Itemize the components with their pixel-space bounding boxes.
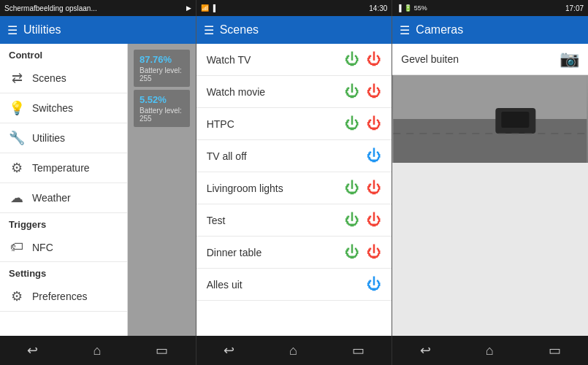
hamburger-icon-left[interactable]: ☰ (7, 23, 18, 37)
scene-actions-htpc: ⏻ ⏻ (345, 115, 381, 132)
nav-item-scenes[interactable]: ⇄ Scenes (0, 64, 127, 93)
section-triggers: Triggers (0, 213, 127, 233)
middle-panel-title: Scenes (220, 23, 259, 36)
play-icon: ▶ (186, 4, 191, 12)
scene-name-test: Test (207, 215, 226, 226)
power-off-livingroom[interactable]: ⏻ (367, 180, 381, 196)
scene-actions-tv-all-off: ⏻ (367, 147, 381, 164)
power-off-dinner-table[interactable]: ⏻ (367, 244, 381, 261)
back-button-left[interactable]: ↩ (18, 339, 47, 361)
switches-label: Switches (32, 102, 73, 114)
status-bar: Schermafbeelding opslaan... ▶ 📶 ▐ 14:30 … (0, 0, 588, 16)
status-icons-left: ▶ (186, 4, 191, 12)
camera-row-gevel: Gevel buiten 📷 (392, 44, 588, 75)
section-settings: Settings (0, 262, 127, 282)
bottom-nav: ↩ ⌂ ▭ ↩ ⌂ ▭ ↩ ⌂ ▭ (0, 336, 588, 365)
power-off-test[interactable]: ⏻ (367, 212, 381, 228)
status-bar-middle: 📶 ▐ 14:30 (196, 0, 393, 16)
camera-feed-gevel[interactable] (392, 75, 588, 163)
left-panel-title: Utilities (23, 23, 61, 36)
main-panels: ☰ Utilities Control ⇄ Scenes 💡 Switches … (0, 16, 588, 336)
utilities-icon: 🔧 (9, 130, 25, 146)
right-panel: ☰ Cameras Gevel buiten 📷 (392, 16, 588, 336)
scene-actions-watch-movie: ⏻ ⏻ (345, 83, 381, 100)
signal-icon: ▐ (211, 4, 215, 12)
camera-empty-area (392, 163, 588, 336)
scene-item-tv-all-off[interactable]: TV all off ⏻ (196, 140, 392, 172)
scene-actions-dinner-table: ⏻ ⏻ (345, 244, 381, 261)
power-on-watch-tv[interactable]: ⏻ (345, 51, 359, 68)
temperature-icon: ⚙ (9, 160, 25, 176)
hamburger-icon-middle[interactable]: ☰ (204, 23, 214, 37)
power-on-livingroom[interactable]: ⏻ (345, 180, 359, 196)
camera-title-gevel: Gevel buiten (401, 53, 459, 65)
home-button-right[interactable]: ⌂ (477, 340, 503, 361)
power-on-htpc[interactable]: ⏻ (345, 115, 359, 132)
nav-item-temperature[interactable]: ⚙ Temperature (0, 153, 127, 183)
power-blue-tv-all-off[interactable]: ⏻ (367, 147, 381, 164)
scene-item-watch-tv[interactable]: Watch TV ⏻ ⏻ (196, 44, 392, 76)
nav-item-nfc[interactable]: 🏷 NFC (0, 233, 127, 262)
recent-button-right[interactable]: ▭ (540, 339, 570, 361)
battery-card-2: 5.52% Battery level: 255 (134, 90, 190, 127)
recent-button-left[interactable]: ▭ (147, 339, 177, 361)
temperature-label: Temperature (32, 162, 90, 174)
weather-label: Weather (32, 192, 71, 204)
scene-item-dinner-table[interactable]: Dinner table ⏻ ⏻ (196, 237, 392, 269)
home-button-left[interactable]: ⌂ (84, 340, 110, 361)
nav-item-switches[interactable]: 💡 Switches (0, 93, 127, 123)
middle-panel-header: ☰ Scenes (196, 16, 392, 44)
scenes-list: Watch TV ⏻ ⏻ Watch movie ⏻ ⏻ HTPC ⏻ ⏻ (196, 44, 392, 336)
bottom-nav-right: ↩ ⌂ ▭ (392, 336, 588, 365)
battery-percent-right: 55% (414, 4, 427, 12)
battery-percent-2: 5.52% (140, 94, 184, 105)
power-off-htpc[interactable]: ⏻ (367, 115, 381, 132)
back-button-right[interactable]: ↩ (411, 339, 440, 361)
battery-card-1: 87.76% Battery level: 255 (134, 50, 190, 87)
home-button-middle[interactable]: ⌂ (280, 340, 306, 361)
nav-item-utilities[interactable]: 🔧 Utilities (0, 123, 127, 153)
svg-rect-1 (394, 75, 587, 119)
preferences-label: Preferences (32, 291, 87, 302)
scene-actions-test: ⏻ ⏻ (345, 212, 381, 228)
svg-rect-4 (502, 112, 530, 128)
scene-name-htpc: HTPC (207, 118, 234, 130)
scene-item-htpc[interactable]: HTPC ⏻ ⏻ (196, 108, 392, 140)
right-panel-title: Cameras (416, 23, 463, 36)
scenes-icon: ⇄ (9, 70, 25, 86)
power-off-watch-movie[interactable]: ⏻ (367, 83, 381, 100)
power-off-watch-tv[interactable]: ⏻ (367, 51, 381, 68)
nfc-label: NFC (32, 242, 53, 253)
scene-item-test[interactable]: Test ⏻ ⏻ (196, 204, 392, 237)
nav-item-weather[interactable]: ☁ Weather (0, 183, 127, 213)
scene-actions-watch-tv: ⏻ ⏻ (345, 51, 381, 68)
status-bar-left: Schermafbeelding opslaan... ▶ (0, 0, 196, 16)
battery-percent-1: 87.76% (140, 54, 184, 65)
scene-name-tv-all-off: TV all off (207, 150, 247, 162)
gray-sidebar: 87.76% Battery level: 255 5.52% Battery … (128, 44, 196, 336)
hamburger-icon-right[interactable]: ☰ (400, 23, 410, 37)
scene-actions-alles-uit: ⏻ (367, 276, 381, 293)
power-blue-alles-uit[interactable]: ⏻ (367, 276, 381, 293)
svg-rect-2 (394, 119, 587, 163)
scene-item-alles-uit[interactable]: Alles uit ⏻ (196, 269, 392, 301)
scene-name-watch-movie: Watch movie (207, 86, 265, 98)
left-panel: ☰ Utilities Control ⇄ Scenes 💡 Switches … (0, 16, 196, 336)
power-on-test[interactable]: ⏻ (345, 212, 359, 228)
scene-item-watch-movie[interactable]: Watch movie ⏻ ⏻ (196, 76, 392, 108)
scene-name-livingroom: Livingroom lights (207, 182, 283, 194)
battery-icon-right: 🔋 (404, 4, 412, 12)
camera-video-icon[interactable]: 📷 (560, 50, 579, 69)
back-button-middle[interactable]: ↩ (215, 339, 243, 361)
nav-list: Control ⇄ Scenes 💡 Switches 🔧 Utilities … (0, 44, 128, 336)
status-bar-right: ▐ 🔋 55% 17:07 (392, 0, 588, 16)
wifi-icon: 📶 (201, 4, 209, 12)
power-on-dinner-table[interactable]: ⏻ (345, 244, 359, 261)
middle-panel: ☰ Scenes Watch TV ⏻ ⏻ Watch movie ⏻ ⏻ HT… (196, 16, 393, 336)
preferences-icon: ⚙ (9, 288, 25, 304)
scene-item-livingroom[interactable]: Livingroom lights ⏻ ⏻ (196, 172, 392, 204)
power-on-watch-movie[interactable]: ⏻ (345, 83, 359, 100)
status-icons-right-left: ▐ 🔋 55% (397, 4, 427, 12)
nav-item-preferences[interactable]: ⚙ Preferences (0, 282, 127, 312)
recent-button-middle[interactable]: ▭ (343, 339, 373, 361)
